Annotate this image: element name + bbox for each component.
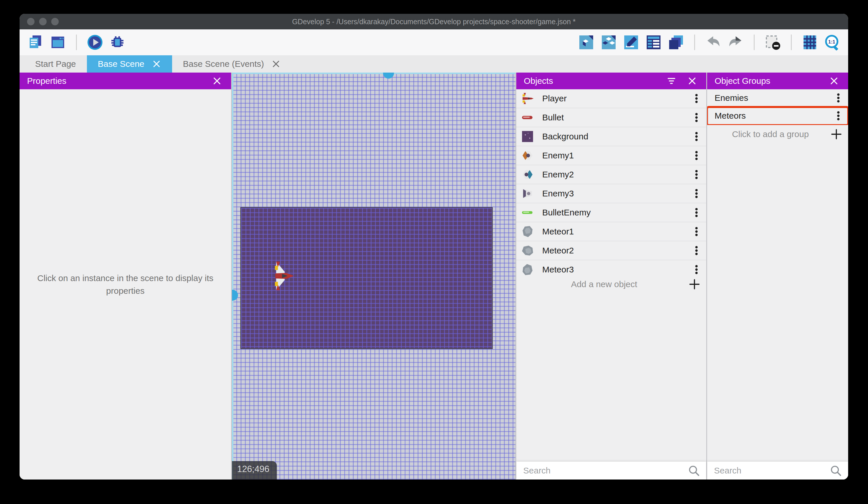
object-groups-list: Enemies Meteors: [707, 89, 848, 125]
close-panel-icon[interactable]: [827, 74, 841, 88]
selection-handle-left[interactable]: [232, 290, 238, 301]
group-menu-icon[interactable]: [831, 90, 846, 105]
project-manager-icon[interactable]: [27, 33, 44, 51]
object-name: Meteor2: [542, 246, 689, 255]
main-toolbar: 1:1: [20, 29, 848, 55]
toolbar-divider: [754, 34, 755, 50]
object-menu-icon[interactable]: [689, 129, 704, 144]
object-menu-icon[interactable]: [689, 224, 704, 239]
object-menu-icon[interactable]: [689, 167, 704, 182]
grid-icon[interactable]: [801, 33, 819, 51]
object-name: BulletEnemy: [542, 208, 689, 218]
selection-handle-top[interactable]: [383, 73, 394, 79]
plus-icon[interactable]: [687, 276, 702, 292]
editor-tabbar: Start Page Base Scene Base Scene (Events…: [20, 55, 848, 73]
close-panel-icon[interactable]: [210, 74, 224, 88]
properties-empty-message: Click on an instance in the scene to dis…: [35, 272, 216, 297]
tab-base-scene[interactable]: Base Scene: [87, 55, 172, 73]
object-row[interactable]: Enemy2: [516, 165, 706, 184]
object-thumbnail-icon: [521, 111, 534, 124]
toolbar-divider: [694, 34, 695, 50]
titlebar: GDevelop 5 - /Users/dkarakay/Documents/G…: [20, 14, 848, 29]
objects-search-bar: [516, 462, 706, 480]
mask-instances-icon[interactable]: [764, 33, 782, 51]
edit-objects-icon[interactable]: [600, 33, 618, 51]
filter-icon[interactable]: [665, 74, 678, 88]
object-menu-icon[interactable]: [689, 91, 704, 106]
object-name: Background: [542, 132, 689, 141]
group-name: Meteors: [715, 111, 831, 121]
object-row[interactable]: Player: [516, 89, 706, 108]
debug-icon[interactable]: [108, 33, 126, 51]
zoom-original-icon[interactable]: 1:1: [823, 33, 841, 51]
panel-title: Objects: [524, 76, 657, 86]
object-thumbnail-icon: [521, 92, 534, 105]
add-group-row[interactable]: Click to add a group: [707, 125, 848, 143]
instances-list-icon[interactable]: [645, 33, 662, 51]
properties-panel-header: Properties: [20, 73, 231, 89]
search-icon: [830, 465, 842, 477]
close-window-button[interactable]: [27, 18, 34, 26]
object-row[interactable]: BulletEnemy: [516, 203, 706, 222]
maximize-window-button[interactable]: [51, 18, 59, 26]
objects-panel: Objects Player Bullet Backgro: [516, 73, 706, 480]
group-row[interactable]: Meteors: [707, 107, 848, 125]
object-menu-icon[interactable]: [689, 262, 704, 275]
object-menu-icon[interactable]: [689, 148, 704, 163]
object-thumbnail-icon: [521, 168, 534, 181]
object-row[interactable]: Meteor1: [516, 222, 706, 241]
object-thumbnail-icon: [521, 130, 534, 143]
edit-properties-icon[interactable]: [622, 33, 640, 51]
layers-icon[interactable]: [667, 33, 685, 51]
plus-icon[interactable]: [829, 127, 844, 142]
object-menu-icon[interactable]: [689, 186, 704, 201]
toolbar-divider: [76, 34, 77, 50]
tab-label: Start Page: [35, 59, 76, 69]
toolbar-divider: [791, 34, 792, 50]
close-panel-icon[interactable]: [685, 74, 699, 88]
window-title: GDevelop 5 - /Users/dkarakay/Documents/G…: [292, 18, 576, 26]
object-name: Meteor1: [542, 226, 689, 236]
add-group-label: Click to add a group: [712, 129, 829, 139]
object-thumbnail-icon: [521, 225, 534, 238]
panel-title: Properties: [27, 76, 203, 86]
object-menu-icon[interactable]: [689, 243, 704, 258]
cursor-coordinates: 126;496: [232, 461, 277, 480]
object-menu-icon[interactable]: [689, 110, 704, 125]
play-preview-icon[interactable]: [86, 33, 104, 51]
close-tab-icon[interactable]: [152, 59, 161, 69]
scene-editor-canvas[interactable]: 126;496: [232, 73, 515, 480]
properties-panel: Properties Click on an instance in the s…: [20, 73, 231, 480]
close-tab-icon[interactable]: [271, 59, 281, 69]
player-instance[interactable]: [271, 260, 297, 292]
tab-start-page[interactable]: Start Page: [24, 55, 87, 73]
object-row[interactable]: Meteor3: [516, 260, 706, 275]
add-object-icon[interactable]: [577, 33, 595, 51]
object-menu-icon[interactable]: [689, 205, 704, 220]
groups-search-input[interactable]: [713, 465, 830, 476]
undo-icon[interactable]: [704, 33, 722, 51]
selection-edge-left: [232, 73, 234, 480]
object-row[interactable]: Bullet: [516, 108, 706, 127]
panel-title: Object Groups: [715, 76, 820, 86]
group-row[interactable]: Enemies: [707, 89, 848, 107]
object-row[interactable]: Enemy1: [516, 146, 706, 165]
add-object-row[interactable]: Add a new object: [516, 275, 706, 294]
object-thumbnail-icon: [521, 149, 534, 162]
object-name: Enemy3: [542, 189, 689, 199]
selection-edge-top: [232, 73, 515, 74]
object-row[interactable]: Meteor2: [516, 241, 706, 260]
app-window: GDevelop 5 - /Users/dkarakay/Documents/G…: [20, 14, 848, 480]
groups-search-bar: [707, 462, 848, 480]
objects-search-input[interactable]: [523, 465, 688, 476]
redo-icon[interactable]: [727, 33, 745, 51]
tab-base-scene-events[interactable]: Base Scene (Events): [172, 55, 292, 73]
object-row[interactable]: Enemy3: [516, 184, 706, 203]
preview-window-icon[interactable]: [49, 33, 67, 51]
zoom-level-label: 1:1: [828, 39, 835, 44]
object-row[interactable]: Background: [516, 127, 706, 146]
minimize-window-button[interactable]: [39, 18, 46, 26]
group-menu-icon[interactable]: [831, 108, 846, 123]
object-name: Bullet: [542, 113, 689, 122]
add-object-label: Add a new object: [521, 279, 687, 289]
